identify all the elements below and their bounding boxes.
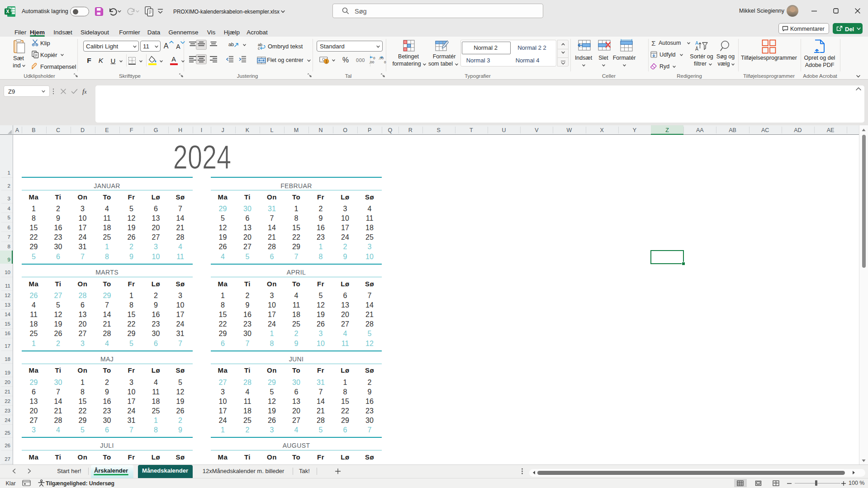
svg-text:c: c (258, 46, 260, 50)
svg-text:,00: ,00 (369, 60, 375, 64)
svg-text:0: 0 (373, 56, 375, 60)
svg-text:0: 0 (384, 60, 386, 64)
svg-text:A: A (695, 40, 698, 46)
svg-text:X: X (6, 9, 9, 14)
svg-text:ab: ab (228, 42, 234, 47)
svg-text:$: $ (325, 59, 327, 64)
svg-text:Å: Å (695, 46, 698, 52)
svg-text:,00: ,00 (379, 56, 384, 60)
